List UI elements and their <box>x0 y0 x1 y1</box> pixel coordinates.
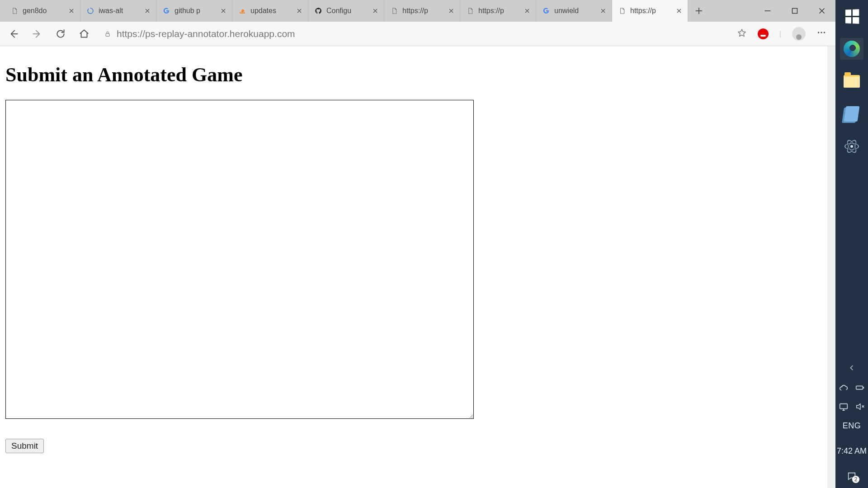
address-text: https://ps-replay-annotator.herokuapp.co… <box>117 28 726 39</box>
close-icon <box>524 7 531 14</box>
taskbar-app-explorer[interactable] <box>839 70 864 93</box>
tab[interactable]: updates <box>232 0 308 22</box>
tab-favicon-icon <box>542 6 551 15</box>
close-icon <box>448 7 455 14</box>
display-tray-icon[interactable] <box>839 402 849 412</box>
start-button[interactable] <box>839 5 864 28</box>
home-icon <box>78 28 90 40</box>
adblock-button[interactable] <box>758 28 769 39</box>
svg-rect-5 <box>856 386 863 389</box>
profile-button[interactable] <box>792 27 806 41</box>
home-button[interactable] <box>76 26 92 42</box>
tab-favicon-icon <box>86 6 95 15</box>
menu-button[interactable] <box>816 28 826 40</box>
svg-rect-0 <box>793 9 797 14</box>
notification-badge: 2 <box>852 476 859 483</box>
maximize-button[interactable] <box>781 0 808 22</box>
tab-title: gen8do <box>23 7 64 15</box>
close-window-button[interactable] <box>808 0 835 22</box>
tab-title: unwield <box>554 7 595 15</box>
tab-favicon-icon <box>314 6 323 15</box>
tab-title: https://p <box>630 7 671 15</box>
close-icon <box>599 7 607 14</box>
battery-tray-icon[interactable] <box>855 383 865 393</box>
address-field[interactable]: https://ps-replay-annotator.herokuapp.co… <box>99 25 730 42</box>
clock[interactable]: 7:42 AM <box>837 446 867 456</box>
tab-close-button[interactable] <box>295 7 303 15</box>
svg-point-2 <box>818 32 819 33</box>
tab[interactable]: Configu <box>308 0 384 22</box>
tab-close-button[interactable] <box>447 7 455 15</box>
taskbar-app-edge[interactable] <box>839 37 864 61</box>
tab[interactable]: unwield <box>536 0 612 22</box>
refresh-button[interactable] <box>52 26 69 42</box>
refresh-icon <box>55 28 66 40</box>
forward-button[interactable] <box>29 26 45 42</box>
tab[interactable]: gen8do <box>5 0 80 22</box>
tab-title: iwas-alt <box>99 7 140 15</box>
plus-icon <box>694 6 704 16</box>
star-icon <box>737 28 747 38</box>
tab[interactable]: github p <box>156 0 232 22</box>
address-bar: https://ps-replay-annotator.herokuapp.co… <box>0 22 835 46</box>
tab-close-button[interactable] <box>219 7 227 15</box>
arrow-left-icon <box>8 28 19 40</box>
tab[interactable]: https://p <box>612 0 688 22</box>
tab-close-button[interactable] <box>143 7 151 15</box>
browser-window: gen8doiwas-altgithub pupdatesConfiguhttp… <box>0 0 835 488</box>
tab-title: https://p <box>478 7 519 15</box>
close-icon <box>372 7 379 14</box>
svg-point-4 <box>824 32 825 33</box>
tabstrip: gen8doiwas-altgithub pupdatesConfiguhttp… <box>0 0 835 22</box>
tab-close-button[interactable] <box>599 7 607 15</box>
submit-button[interactable]: Submit <box>5 439 44 453</box>
close-icon <box>675 7 683 14</box>
annotation-textarea[interactable] <box>5 100 474 419</box>
tab-close-button[interactable] <box>523 7 531 15</box>
tab[interactable]: https://p <box>384 0 460 22</box>
tab-favicon-icon <box>10 6 19 15</box>
favorite-button[interactable] <box>737 28 747 40</box>
tab-title: updates <box>250 7 292 15</box>
tab[interactable]: https://p <box>460 0 536 22</box>
cloud-icon <box>839 383 849 393</box>
onedrive-tray-icon[interactable] <box>839 383 849 393</box>
page-viewport: Submit an Annotated Game Submit <box>0 46 835 488</box>
tab[interactable]: iwas-alt <box>80 0 156 22</box>
tab-favicon-icon <box>466 6 475 15</box>
tab-title: https://p <box>402 7 443 15</box>
minimize-button[interactable] <box>754 0 781 22</box>
tab-favicon-icon <box>390 6 399 15</box>
edge-icon <box>844 41 860 57</box>
speaker-mute-icon <box>855 402 865 412</box>
taskbar-app-atom[interactable] <box>839 135 864 158</box>
volume-tray-icon[interactable] <box>855 402 865 412</box>
tab-favicon-icon <box>618 6 627 15</box>
battery-icon <box>855 383 865 393</box>
tab-close-button[interactable] <box>371 7 379 15</box>
arrow-right-icon <box>31 28 43 40</box>
tab-favicon-icon <box>162 6 171 15</box>
page-content: Submit an Annotated Game Submit <box>0 46 835 460</box>
window-controls <box>754 0 835 22</box>
svg-rect-1 <box>106 33 109 36</box>
svg-rect-7 <box>840 404 848 409</box>
taskbar-app-notes[interactable] <box>839 102 864 126</box>
close-icon <box>817 6 827 16</box>
svg-rect-6 <box>863 387 864 389</box>
new-tab-button[interactable] <box>688 0 710 22</box>
action-center-button[interactable]: 2 <box>847 471 857 481</box>
back-button[interactable] <box>5 26 22 42</box>
windows-logo-icon <box>845 9 859 23</box>
vertical-scrollbar[interactable] <box>827 46 835 488</box>
tab-close-button[interactable] <box>67 7 75 15</box>
tab-title: Configu <box>326 7 368 15</box>
close-icon <box>144 7 151 14</box>
tray-expand-button[interactable] <box>835 361 868 376</box>
language-indicator[interactable]: ENG <box>843 421 861 431</box>
address-bar-actions: | <box>737 27 830 41</box>
monitor-icon <box>839 402 849 412</box>
close-icon <box>220 7 227 14</box>
tab-close-button[interactable] <box>675 7 683 15</box>
maximize-icon <box>790 6 800 16</box>
